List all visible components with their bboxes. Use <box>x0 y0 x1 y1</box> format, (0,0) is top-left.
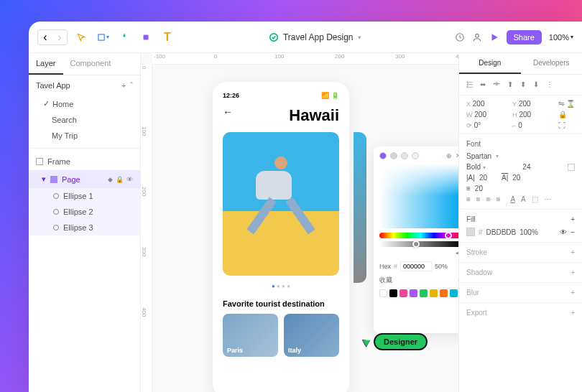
pen-tool[interactable] <box>116 29 132 45</box>
align-left-icon[interactable]: ⬱ <box>466 80 473 89</box>
tab-component[interactable]: Component <box>63 53 119 75</box>
artboard-home[interactable]: 12:26 📶 🔋 ← Hawaii ● ● ● ● Favorite tour… <box>213 82 349 392</box>
tree-page-selected[interactable]: ▾Page ◆ 🔒 👁 <box>29 170 140 188</box>
stroke-section[interactable]: Stroke+ <box>459 242 582 262</box>
color-picker-panel[interactable]: ⊕ ✕ ✒ Hex # 50% 收藏 + <box>374 146 458 333</box>
export-section[interactable]: Export+ <box>459 302 582 322</box>
swatch[interactable] <box>389 289 397 297</box>
rotate-value[interactable]: 0° <box>474 121 481 129</box>
component-tool[interactable] <box>138 29 154 45</box>
h-value[interactable]: 200 <box>519 111 531 118</box>
align-bottom-icon[interactable]: ⬇ <box>533 80 539 89</box>
swatch[interactable] <box>440 289 448 297</box>
font-size[interactable]: 24 <box>522 163 530 171</box>
hue-slider[interactable] <box>379 233 458 238</box>
text-align-left-icon[interactable]: ≡ <box>466 195 471 203</box>
fill-swatch[interactable] <box>466 228 475 236</box>
tree-ellipse-2[interactable]: Ellipse 2 <box>29 204 140 220</box>
w-value[interactable]: 200 <box>474 111 486 118</box>
hex-input[interactable] <box>400 261 432 271</box>
forward-button[interactable]: › <box>52 30 67 45</box>
play-button[interactable] <box>489 32 499 42</box>
text-more-icon[interactable]: ⋯ <box>544 195 551 203</box>
user-icon[interactable] <box>472 32 482 42</box>
align-center-h-icon[interactable]: ⬌ <box>480 80 486 89</box>
align-top-icon[interactable]: ⬆ <box>507 80 513 89</box>
fill-visibility-icon[interactable]: 👁 <box>560 228 567 236</box>
text-align-justify-icon[interactable]: ≡ <box>496 195 501 203</box>
tab-design[interactable]: Design <box>459 53 521 74</box>
tree-ellipse-3[interactable]: Ellipse 3 <box>29 220 140 235</box>
frame-tool[interactable]: ▾ <box>95 29 111 45</box>
flip-h-icon[interactable]: ⇋ ⌛ <box>558 100 575 108</box>
hero-image[interactable] <box>223 132 339 276</box>
eyedropper-icon[interactable]: ✒ <box>456 250 458 257</box>
add-fill-icon[interactable]: + <box>571 215 575 223</box>
lock-aspect-icon[interactable]: 🔒 <box>558 111 575 118</box>
text-align-center-icon[interactable]: ≡ <box>476 195 481 203</box>
add-page-icon[interactable]: + <box>121 81 126 90</box>
align-middle-icon[interactable]: ⬍ <box>520 80 526 89</box>
font-family[interactable]: Spartan <box>466 152 491 160</box>
letter-spacing[interactable]: 20 <box>479 174 487 182</box>
corner-value[interactable]: 0 <box>518 121 522 129</box>
x-value[interactable]: 200 <box>473 100 485 108</box>
fill-hex[interactable]: DBDBDB <box>486 228 517 236</box>
text-tool[interactable]: T <box>160 29 175 45</box>
fill-remove-icon[interactable]: − <box>571 228 575 236</box>
paragraph-spacing[interactable]: 20 <box>475 185 483 192</box>
font-checkbox[interactable] <box>568 164 575 171</box>
card-italy[interactable]: Italy <box>284 314 339 357</box>
tree-mytrip[interactable]: My Trip <box>29 128 140 144</box>
swatch[interactable] <box>379 289 387 297</box>
layer-eye-icon[interactable]: 👁 <box>126 176 133 183</box>
fill-opacity[interactable]: 100% <box>519 228 538 236</box>
close-picker-icon[interactable]: ✕ <box>456 152 458 159</box>
fill-stop-1[interactable] <box>379 152 387 159</box>
shadow-section[interactable]: Shadow+ <box>459 262 582 282</box>
add-stop-icon[interactable]: ⊕ <box>446 152 452 159</box>
canvas[interactable]: -1000100200300400 0100200300400 12:26 📶 … <box>141 53 458 392</box>
distribute-icon[interactable]: ⋮ <box>546 80 553 89</box>
tree-frame[interactable]: Frame <box>29 153 140 170</box>
swatch[interactable] <box>410 289 417 297</box>
corner-options-icon[interactable]: ⛶ <box>558 121 575 129</box>
y-value[interactable]: 200 <box>519 100 531 108</box>
color-field[interactable] <box>379 164 458 228</box>
fill-stop-3[interactable] <box>401 152 408 159</box>
text-crop-icon[interactable]: ⬚ <box>532 195 538 203</box>
line-height[interactable]: 20 <box>512 174 520 182</box>
document-title[interactable]: Travel App Design <box>283 32 354 42</box>
select-tool[interactable] <box>73 29 89 45</box>
swatch[interactable] <box>450 289 458 297</box>
layer-diamond-icon[interactable]: ◆ <box>108 176 113 183</box>
back-button[interactable]: ‹ <box>38 30 52 45</box>
swatch[interactable] <box>399 289 407 297</box>
text-fill-icon[interactable]: A <box>521 195 526 203</box>
tree-ellipse-1[interactable]: Ellipse 1 <box>29 188 140 204</box>
text-align-right-icon[interactable]: ≡ <box>486 195 491 203</box>
blur-section[interactable]: Blur+ <box>459 282 582 302</box>
text-underline-icon[interactable]: A <box>510 195 515 203</box>
title-dropdown-icon[interactable]: ▾ <box>358 34 361 41</box>
fill-stop-2[interactable] <box>390 152 397 159</box>
fill-stop-4[interactable] <box>412 152 419 159</box>
add-swatch-icon[interactable]: + <box>458 277 458 284</box>
share-button[interactable]: Share <box>507 30 542 45</box>
tab-developers[interactable]: Developers <box>521 53 583 74</box>
tree-home[interactable]: ✓Home <box>29 95 140 112</box>
tree-search[interactable]: Search <box>29 112 140 128</box>
tab-layer[interactable]: Layer <box>29 53 63 75</box>
alpha-slider[interactable] <box>379 241 458 247</box>
layer-lock-icon[interactable]: 🔒 <box>116 176 124 183</box>
font-weight[interactable]: Bold <box>466 163 481 171</box>
carousel-dots[interactable]: ● ● ● ● <box>223 283 339 289</box>
swatch[interactable] <box>430 289 438 297</box>
opacity-value[interactable]: 50% <box>435 263 448 270</box>
history-icon[interactable] <box>455 32 465 42</box>
swatch[interactable] <box>420 289 428 297</box>
card-paris[interactable]: Paris <box>223 314 278 357</box>
collapse-icon[interactable]: ˆ <box>130 81 133 90</box>
zoom-control[interactable]: 100%▾ <box>549 33 573 42</box>
align-right-icon[interactable]: ⬲ <box>493 80 500 89</box>
